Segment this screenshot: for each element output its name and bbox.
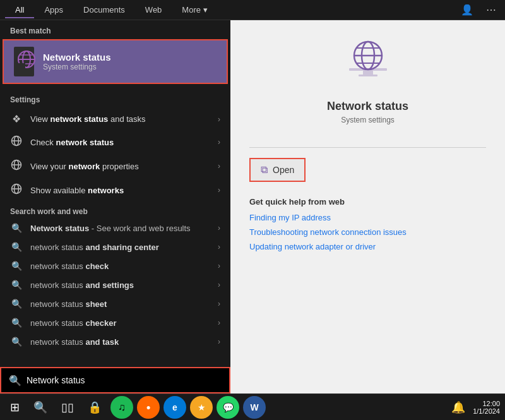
taskbar: ⊞ 🔍 ▯▯ 🔒 ♫ ● e ★ 💬 W 🔔 12:00 1/1/2024 (0, 393, 505, 420)
search-item[interactable]: 🔍 network status sheet › (0, 294, 230, 313)
nav-tabs: All Apps Documents Web More ▾ (5, 1, 218, 18)
chevron-right-icon: › (218, 318, 220, 327)
svg-rect-17 (363, 71, 373, 75)
best-match-subtitle: System settings (43, 63, 111, 71)
quick-help-link-3[interactable]: Updating network adapter or driver (249, 242, 486, 251)
web-search-label: Search work and web (0, 202, 230, 219)
chevron-right-icon: › (218, 115, 220, 124)
chevron-right-icon: › (218, 186, 220, 195)
list-item[interactable]: View your network properties › (0, 154, 230, 178)
app-icon-2[interactable]: ★ (190, 396, 213, 419)
taskbar-time: 12:00 1/1/2024 (473, 400, 500, 415)
list-item[interactable]: ❖ View network status and tasks › (0, 108, 230, 130)
app-icon[interactable]: ● (137, 396, 160, 419)
task-view-button[interactable]: ▯▯ (56, 398, 79, 417)
top-navigation: All Apps Documents Web More ▾ 👤 ⋯ (0, 0, 505, 20)
svg-rect-6 (20, 67, 23, 68)
best-match-title: Network status (43, 52, 111, 63)
lock-icon-button[interactable]: 🔒 (83, 398, 107, 417)
search-item[interactable]: 🔍 Network status - See work and web resu… (0, 219, 230, 237)
open-label: Open (273, 165, 294, 175)
right-panel: Network status System settings ⧉ Open Ge… (230, 20, 505, 393)
search-icon: 🔍 (10, 337, 23, 347)
chevron-right-icon: › (218, 280, 220, 289)
chevron-right-icon: › (218, 224, 220, 232)
large-globe-icon (343, 39, 393, 92)
search-item[interactable]: 🔍 network status and task › (0, 332, 230, 351)
main-content: Best match Network status System setting… (0, 20, 505, 393)
settings-label: Settings (0, 89, 230, 108)
svg-rect-18 (359, 75, 377, 76)
chevron-right-icon: › (218, 299, 220, 308)
taskbar-right: 🔔 12:00 1/1/2024 (446, 398, 500, 417)
whatsapp-icon[interactable]: 💬 (217, 396, 239, 419)
best-match-label: Best match (0, 20, 230, 39)
chevron-right-icon: › (218, 138, 220, 147)
notification-icon[interactable]: 🔔 (446, 398, 470, 417)
divider (249, 147, 486, 148)
right-title: Network status (327, 100, 408, 113)
right-subtitle: System settings (341, 116, 395, 124)
edge-icon[interactable]: e (163, 396, 186, 419)
quick-help-title: Get quick help from web (249, 197, 486, 207)
tab-apps[interactable]: Apps (34, 1, 73, 18)
search-icon: 🔍 (10, 299, 23, 309)
tab-web[interactable]: Web (135, 1, 172, 18)
search-icon: 🔍 (10, 223, 23, 233)
search-item[interactable]: 🔍 network status and sharing center › (0, 237, 230, 256)
search-input[interactable] (27, 375, 222, 385)
search-icon: 🔍 (10, 242, 23, 252)
tab-all[interactable]: All (5, 1, 34, 18)
chevron-right-icon: › (218, 261, 220, 270)
search-item[interactable]: 🔍 network status checker › (0, 313, 230, 332)
app-icon-area: Network status System settings (249, 39, 486, 135)
search-taskbar-button[interactable]: 🔍 (28, 398, 52, 417)
chevron-right-icon: › (218, 337, 220, 346)
more-options-icon[interactable]: ⋯ (482, 3, 500, 17)
search-bar-icon: 🔍 (9, 375, 21, 387)
search-icon: 🔍 (10, 318, 23, 328)
best-match-text: Network status System settings (43, 52, 111, 71)
chevron-right-icon: › (218, 243, 220, 251)
start-button[interactable]: ⊞ (5, 398, 25, 417)
best-match-item[interactable]: Network status System settings (3, 39, 228, 84)
user-icon[interactable]: 👤 (457, 3, 477, 17)
word-icon[interactable]: W (243, 396, 266, 419)
search-item[interactable]: 🔍 network status check › (0, 256, 230, 275)
network-globe-icon (14, 47, 34, 76)
globe-icon (10, 183, 23, 197)
chevron-right-icon: › (218, 162, 220, 171)
list-item[interactable]: Check network status › (0, 130, 230, 154)
grid-icon: ❖ (10, 113, 23, 125)
nav-icons: 👤 ⋯ (457, 3, 500, 17)
tab-documents[interactable]: Documents (73, 1, 135, 18)
chevron-down-icon: ▾ (203, 5, 208, 15)
globe-icon (10, 135, 23, 149)
left-panel: Best match Network status System setting… (0, 20, 230, 393)
tab-more[interactable]: More ▾ (172, 1, 218, 18)
search-bar[interactable]: 🔍 (0, 367, 230, 393)
quick-help-link-1[interactable]: Finding my IP address (249, 213, 486, 222)
search-item[interactable]: 🔍 network status and settings › (0, 275, 230, 294)
globe-icon (10, 159, 23, 173)
spotify-icon[interactable]: ♫ (110, 396, 133, 419)
search-icon: 🔍 (10, 280, 23, 290)
list-item[interactable]: Show available networks › (0, 178, 230, 202)
search-icon: 🔍 (10, 261, 23, 271)
open-button[interactable]: ⧉ Open (249, 158, 306, 182)
open-icon: ⧉ (261, 164, 268, 176)
quick-help-link-2[interactable]: Troubleshooting network connection issue… (249, 227, 486, 237)
